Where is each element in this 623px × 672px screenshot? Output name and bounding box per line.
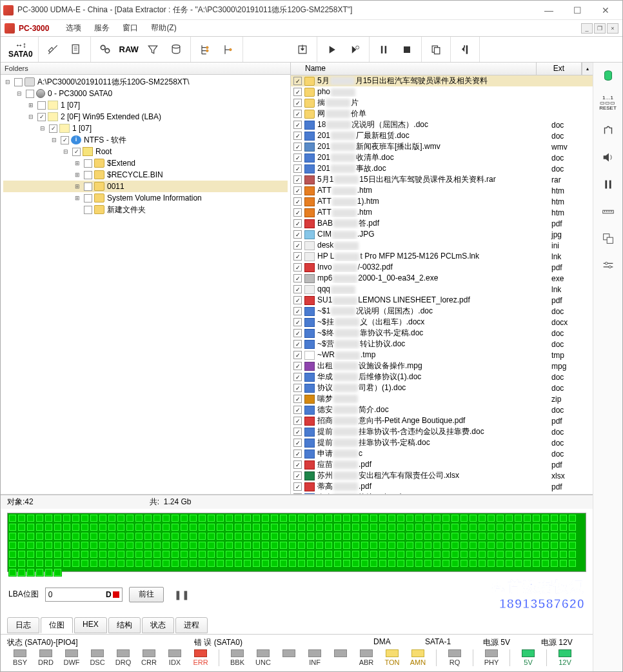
tree-item[interactable]: ⊞$RECYCLE.BIN	[3, 169, 288, 181]
file-row[interactable]: ✓~$营转让协议.docdoc	[291, 339, 593, 350]
file-row[interactable]: ✓招商意向书-Petit Ange Boutique.pdfpdf	[291, 415, 593, 426]
connect-icon[interactable]	[598, 121, 618, 140]
file-row[interactable]: ✓deskini	[291, 240, 593, 251]
menu-options[interactable]: 选项	[59, 20, 88, 36]
tree-item[interactable]: ⊟0 - PC3000 SATA0	[3, 88, 288, 99]
tools-icon[interactable]	[44, 41, 62, 59]
pause-icon[interactable]	[375, 41, 393, 59]
file-row[interactable]: ✓揣片	[291, 97, 593, 108]
file-row[interactable]: ✓提前挂靠协议书-含违约金以及挂靠费.docdoc	[291, 426, 593, 437]
lba-input[interactable]: 0 D	[45, 588, 123, 602]
file-row[interactable]: ✓~WR.tmptmp	[291, 350, 593, 361]
tree-item[interactable]: ⊟✓1 [07]	[3, 123, 288, 134]
file-row[interactable]: ✓qqqlnk	[291, 284, 593, 295]
file-row[interactable]: ✓SU1LEMONS LINESHEET_lorez.pdfpdf	[291, 295, 593, 306]
file-row[interactable]: ✓ATT.htmhtm	[291, 207, 593, 218]
tab-log[interactable]: 日志	[7, 617, 39, 633]
file-row[interactable]: ✓协议司君）(1).docdoc	[291, 382, 593, 393]
file-row[interactable]: ✓德安简介.docdoc	[291, 404, 593, 415]
tab-bitmap[interactable]: 位图	[41, 617, 73, 633]
funnel-icon[interactable]	[144, 41, 162, 59]
go-button[interactable]: 前往	[129, 587, 164, 602]
run-config-icon[interactable]	[346, 41, 364, 59]
maximize-button[interactable]: ☐	[563, 1, 591, 19]
bitmap-pause-icon[interactable]: ❚❚	[174, 589, 190, 600]
file-row[interactable]: ✓ATT1).htmhtm	[291, 196, 593, 207]
file-row[interactable]: ✓201收清单.docdoc	[291, 152, 593, 163]
clone-icon[interactable]	[598, 229, 618, 248]
tree-item[interactable]: ⊟A:\PC3000\20191011德乐120G-SM2258XT\	[3, 76, 288, 88]
import-icon[interactable]	[293, 41, 312, 59]
file-row[interactable]: ✓CIM.JPGjpg	[291, 229, 593, 240]
copy-icon[interactable]	[427, 41, 445, 59]
column-ext[interactable]: Ext	[537, 63, 582, 75]
file-row[interactable]: ✓蒂高.pdfpdf	[291, 481, 593, 492]
file-row[interactable]: ✓mp62000-1_00-ea34_2.exeexe	[291, 273, 593, 284]
tree-expand-icon[interactable]	[196, 41, 214, 59]
file-row[interactable]: ✓Invo/-0032.pdfpdf	[291, 262, 593, 273]
file-row[interactable]: ✓喘梦zip	[291, 393, 593, 404]
raw-button[interactable]: RAW	[119, 44, 139, 54]
menu-window[interactable]: 窗口	[116, 20, 144, 36]
tab-struct[interactable]: 结构	[108, 617, 141, 633]
file-row[interactable]: ✓出租设施设备操作.mpgmpg	[291, 361, 593, 371]
tree-item[interactable]: ⊞$Extend	[3, 157, 288, 169]
tree-item[interactable]: ⊟✓2 [0F] Win95 Extended (LBA)	[3, 111, 288, 123]
column-name[interactable]: Name	[291, 63, 537, 75]
file-row[interactable]: ✓申请cdoc	[291, 448, 593, 459]
file-row[interactable]: ✓18况说明（屈国杰）.docdoc	[291, 119, 593, 130]
tree-item[interactable]: 新建文件夹	[3, 204, 288, 215]
bitmap-grid[interactable]	[7, 513, 586, 572]
file-row[interactable]: ✓~$终靠协议书-定稿.docdoc	[291, 328, 593, 339]
file-row[interactable]: ✓HP Lt Pro MFP M125-M126 PCLmS.lnklnk	[291, 251, 593, 262]
file-row[interactable]: ✓苏州安出租汽车有限责任公司.xlsxxlsx	[291, 470, 593, 481]
settings-icon[interactable]	[598, 256, 618, 275]
tree-item[interactable]: ⊞0011	[3, 181, 288, 192]
ruler-icon[interactable]	[598, 202, 618, 221]
file-row[interactable]: ✓华成后维修协议(1).docdoc	[291, 371, 593, 382]
tab-hex[interactable]: HEX	[74, 617, 107, 633]
scroll-up-icon[interactable]: ▴	[582, 63, 593, 75]
tree-item[interactable]: ⊟✓Root	[3, 146, 288, 157]
file-row[interactable]: ✓pho	[291, 86, 593, 97]
tab-process[interactable]: 进程	[175, 617, 208, 633]
file-row[interactable]: ✓5月115日出租汽车驾驶员课件及相关资料.rarrar	[291, 174, 593, 185]
side-pause-icon[interactable]	[598, 175, 618, 194]
report-icon[interactable]	[67, 41, 85, 59]
tree-collapse-icon[interactable]	[219, 41, 237, 59]
file-row[interactable]: ✓201新闻夜班车[播出版].wmvwmv	[291, 141, 593, 152]
tree-item[interactable]: ⊞System Volume Information	[3, 192, 288, 204]
menu-services[interactable]: 服务	[88, 20, 116, 36]
files-list[interactable]: ✓5月月15日出租汽车驾驶员课件及相关资料✓pho✓揣片✓网价单✓18况说明（屈…	[291, 75, 593, 494]
file-row[interactable]: ✓BAB答.pdfpdf	[291, 218, 593, 229]
file-row[interactable]: ✓左右协议（出租车）.docxdocx	[291, 492, 593, 494]
search-icon[interactable]	[96, 41, 114, 59]
file-row[interactable]: ✓提前挂靠协议书-定稿.docdoc	[291, 437, 593, 448]
file-row[interactable]: ✓网价单	[291, 108, 593, 119]
tree-item[interactable]: ⊟✓iNTFS - 软件	[3, 134, 288, 146]
mdi-close[interactable]: ×	[607, 23, 618, 34]
exit-icon[interactable]	[456, 41, 474, 59]
folders-tree[interactable]: ⊟A:\PC3000\20191011德乐120G-SM2258XT\⊟0 - …	[1, 75, 290, 494]
minimize-button[interactable]: —	[535, 1, 563, 19]
file-row[interactable]: ✓201厂最新租赁.docdoc	[291, 130, 593, 141]
sata-port-button[interactable]: ↔↕SATA0	[8, 41, 33, 59]
close-button[interactable]: ✕	[591, 1, 620, 19]
play-icon[interactable]	[322, 41, 341, 59]
tree-item[interactable]: ⊞1 [07]	[3, 99, 288, 111]
menu-help[interactable]: 帮助(Z)	[144, 20, 183, 36]
file-row[interactable]: ✓201事故.docdoc	[291, 163, 593, 174]
tab-status[interactable]: 状态	[142, 617, 174, 633]
file-row[interactable]: ✓5月月15日出租汽车驾驶员课件及相关资料	[291, 75, 593, 86]
mdi-restore[interactable]: ❐	[594, 23, 606, 34]
stop-icon[interactable]	[398, 41, 416, 59]
sound-icon[interactable]	[598, 148, 618, 167]
file-row[interactable]: ✓~$1况说明（屈国杰）.docdoc	[291, 306, 593, 317]
file-row[interactable]: ✓~$挂义（出租车）.docxdocx	[291, 317, 593, 328]
file-row[interactable]: ✓ATT.htmhtm	[291, 185, 593, 196]
database-icon[interactable]	[167, 41, 185, 59]
reset-icon[interactable]: 1…1▭▭▭RESET	[598, 94, 618, 113]
device-icon[interactable]	[598, 66, 618, 86]
mdi-minimize[interactable]: _	[581, 23, 593, 34]
file-row[interactable]: ✓痘苗.pdfpdf	[291, 459, 593, 470]
